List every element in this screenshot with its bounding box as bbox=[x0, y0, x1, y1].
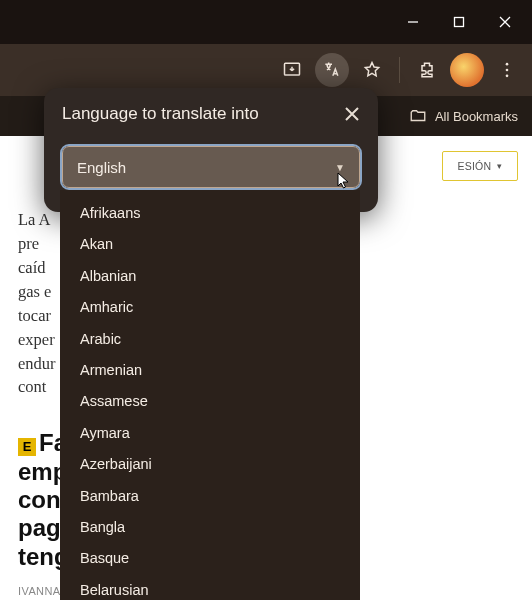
bookmark-star-icon[interactable] bbox=[355, 53, 389, 87]
language-option[interactable]: Azerbaijani bbox=[60, 449, 360, 480]
language-option[interactable]: Bangla bbox=[60, 512, 360, 543]
close-popup-button[interactable] bbox=[340, 102, 364, 126]
menu-dots-icon[interactable] bbox=[490, 53, 524, 87]
language-option[interactable]: Aymara bbox=[60, 418, 360, 449]
minimize-button[interactable] bbox=[390, 0, 436, 44]
language-option[interactable]: Basque bbox=[60, 543, 360, 574]
svg-rect-0 bbox=[455, 18, 464, 27]
maximize-button[interactable] bbox=[436, 0, 482, 44]
language-option[interactable]: Albanian bbox=[60, 261, 360, 292]
session-button[interactable]: ESIÓN bbox=[442, 151, 518, 181]
all-bookmarks-label: All Bookmarks bbox=[435, 109, 518, 124]
close-window-button[interactable] bbox=[482, 0, 528, 44]
translate-icon[interactable] bbox=[315, 53, 349, 87]
all-bookmarks-button[interactable]: All Bookmarks bbox=[409, 107, 518, 125]
svg-point-2 bbox=[506, 63, 509, 66]
language-option[interactable]: Armenian bbox=[60, 355, 360, 386]
language-option[interactable]: Assamese bbox=[60, 386, 360, 417]
svg-point-4 bbox=[506, 75, 509, 78]
cursor-icon bbox=[337, 172, 351, 190]
profile-avatar[interactable] bbox=[450, 53, 484, 87]
install-app-icon[interactable] bbox=[275, 53, 309, 87]
language-select[interactable]: English ▼ bbox=[62, 146, 360, 188]
language-dropdown-list[interactable]: AfrikaansAkanAlbanianAmharicArabicArmeni… bbox=[60, 190, 360, 600]
language-option[interactable]: Afrikaans bbox=[60, 198, 360, 229]
popup-title: Language to translate into bbox=[62, 104, 360, 124]
language-option[interactable]: Arabic bbox=[60, 324, 360, 355]
chevron-down-icon: ▼ bbox=[335, 162, 345, 173]
extensions-icon[interactable] bbox=[410, 53, 444, 87]
svg-point-3 bbox=[506, 69, 509, 72]
language-option[interactable]: Akan bbox=[60, 229, 360, 260]
folder-icon bbox=[409, 107, 427, 125]
language-option[interactable]: Belarusian bbox=[60, 575, 360, 600]
section-marker: E bbox=[18, 438, 36, 456]
language-option[interactable]: Amharic bbox=[60, 292, 360, 323]
selected-language: English bbox=[77, 159, 126, 176]
language-option[interactable]: Bambara bbox=[60, 481, 360, 512]
window-titlebar bbox=[0, 0, 532, 44]
toolbar-divider bbox=[399, 57, 400, 83]
